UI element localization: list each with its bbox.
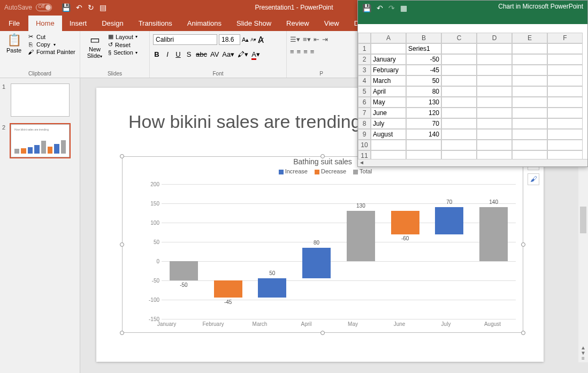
char-spacing-icon[interactable]: AV	[210, 50, 219, 58]
copy-button[interactable]: ⎘Copy▾	[27, 41, 75, 48]
col-header-d[interactable]: D	[477, 33, 512, 43]
excel-row[interactable]: 9August140	[358, 129, 587, 140]
section-button[interactable]: §Section▾	[108, 49, 138, 56]
col-header-f[interactable]: F	[547, 33, 583, 43]
tab-animations[interactable]: Animations	[180, 16, 229, 31]
bar-total[interactable]	[347, 211, 375, 261]
cell-A2[interactable]: January	[371, 54, 406, 65]
cell-B10[interactable]	[406, 140, 441, 150]
resize-handle[interactable]	[521, 242, 525, 247]
cell-F10[interactable]	[547, 140, 583, 150]
slide-thumb-1[interactable]: 1	[3, 83, 77, 117]
cell-A6[interactable]: May	[371, 97, 406, 108]
cell-A10[interactable]	[371, 140, 406, 150]
cell-F4[interactable]	[547, 75, 583, 86]
cell-B5[interactable]: 80	[406, 86, 441, 97]
tab-review[interactable]: Review	[279, 16, 317, 31]
excel-row[interactable]: 10	[358, 140, 587, 150]
cell-C9[interactable]	[441, 129, 477, 140]
start-from-beginning-icon[interactable]: ▤	[100, 3, 106, 12]
excel-grid[interactable]: A B C D E F 1Series12January-503February…	[358, 33, 587, 159]
bar-increase[interactable]	[435, 207, 463, 234]
indent-dec-icon[interactable]: ⇤	[314, 35, 319, 43]
cell-C10[interactable]	[441, 140, 477, 150]
cell-D7[interactable]	[477, 108, 512, 118]
tab-slideshow[interactable]: Slide Show	[229, 16, 279, 31]
resize-handle[interactable]	[320, 154, 325, 158]
tab-transitions[interactable]: Transitions	[131, 16, 180, 31]
row-header[interactable]: 8	[358, 118, 371, 129]
cell-D6[interactable]	[477, 97, 512, 108]
cell-F8[interactable]	[547, 118, 583, 129]
row-header[interactable]: 10	[358, 140, 371, 150]
col-header-b[interactable]: B	[406, 33, 441, 43]
row-header[interactable]: 4	[358, 75, 371, 86]
excel-row[interactable]: 7June120	[358, 108, 587, 118]
slide-title-text[interactable]: How bikini sales are trending	[128, 111, 361, 132]
excel-row[interactable]: 4March50	[358, 75, 587, 86]
tab-home[interactable]: Home	[28, 16, 62, 31]
align-right-icon[interactable]: ≡	[303, 48, 308, 56]
cell-B1[interactable]: Series1	[406, 43, 441, 54]
row-header[interactable]: 6	[358, 97, 371, 108]
cell-E3[interactable]	[512, 65, 547, 75]
excel-undo-icon[interactable]: ↶	[377, 4, 383, 12]
cell-A5[interactable]: April	[371, 86, 406, 97]
bullets-icon[interactable]: ☰▾	[290, 35, 300, 43]
save-icon[interactable]: 💾	[62, 3, 71, 12]
excel-hscroll[interactable]: ◄	[358, 159, 587, 166]
resize-handle[interactable]	[521, 331, 525, 335]
bar-decrease[interactable]	[214, 280, 242, 298]
chart-column[interactable]: 50	[250, 184, 295, 319]
excel-row[interactable]: 5April80	[358, 86, 587, 97]
slide-thumb-2[interactable]: 2 How bikini sales are trending	[3, 124, 77, 157]
cell-B8[interactable]: 70	[406, 118, 441, 129]
cell-D5[interactable]	[477, 86, 512, 97]
col-header-a[interactable]: A	[371, 33, 406, 43]
col-header-e[interactable]: E	[512, 33, 547, 43]
cell-A9[interactable]: August	[371, 129, 406, 140]
cell-E10[interactable]	[512, 140, 547, 150]
autosave-toggle[interactable]: AutoSave Off	[4, 4, 52, 12]
cell-D1[interactable]	[477, 43, 512, 54]
col-header-c[interactable]: C	[441, 33, 477, 43]
cell-B7[interactable]: 120	[406, 108, 441, 118]
cell-F5[interactable]	[547, 86, 583, 97]
cell-F3[interactable]	[547, 65, 583, 75]
chart-column[interactable]: 70	[427, 184, 472, 319]
cell-D2[interactable]	[477, 54, 512, 65]
cell-D10[interactable]	[477, 140, 512, 150]
grow-font-icon[interactable]: A▴	[242, 36, 249, 43]
indent-inc-icon[interactable]: ⇥	[322, 35, 328, 43]
shrink-font-icon[interactable]: A▾	[250, 37, 256, 42]
chart-column[interactable]: 140	[471, 184, 516, 319]
row-header[interactable]: 7	[358, 108, 371, 118]
select-all-corner[interactable]	[358, 33, 371, 43]
cell-D9[interactable]	[477, 129, 512, 140]
resize-handle[interactable]	[120, 242, 124, 247]
scrollbar-arrows[interactable]: ▲▼≡	[578, 345, 588, 361]
row-header[interactable]: 3	[358, 65, 371, 75]
row-header[interactable]: 5	[358, 86, 371, 97]
row-header[interactable]: 2	[358, 54, 371, 65]
redo-icon[interactable]: ↻	[88, 3, 94, 12]
excel-save-icon[interactable]: 💾	[362, 4, 371, 12]
chart-column[interactable]: 130	[339, 184, 383, 319]
cell-D3[interactable]	[477, 65, 512, 75]
change-case-icon[interactable]: Aa▾	[222, 50, 234, 58]
cell-E8[interactable]	[512, 118, 547, 129]
highlight-icon[interactable]: 🖍▾	[238, 50, 248, 58]
cell-A3[interactable]: February	[371, 65, 406, 75]
font-color-icon[interactable]: A▾	[251, 50, 260, 58]
cell-E1[interactable]	[512, 43, 547, 54]
cell-E7[interactable]	[512, 108, 547, 118]
underline-button[interactable]: U	[174, 50, 182, 58]
font-size-combo[interactable]	[219, 34, 240, 45]
cell-C2[interactable]	[441, 54, 477, 65]
font-name-combo[interactable]	[153, 34, 217, 45]
layout-button[interactable]: ▦Layout▾	[108, 33, 138, 40]
cut-button[interactable]: ✂Cut	[27, 33, 75, 40]
cell-E6[interactable]	[512, 97, 547, 108]
cell-F7[interactable]	[547, 108, 583, 118]
bold-button[interactable]: B	[153, 50, 161, 58]
